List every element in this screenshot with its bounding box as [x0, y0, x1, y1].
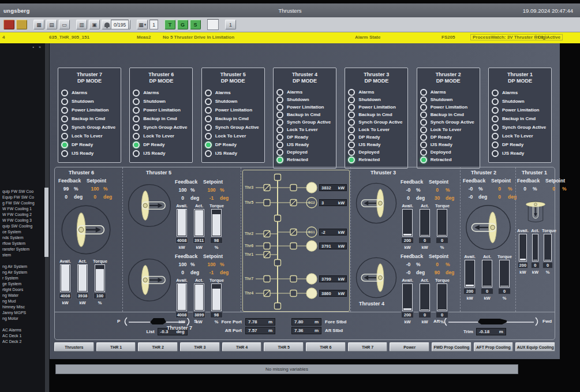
sidebar-item[interactable]: ng Air System: [2, 264, 44, 270]
draft-unit: m: [315, 319, 319, 324]
nav-button-thr-6[interactable]: THR 6: [306, 342, 346, 352]
sidebar-item[interactable]: AC Deck 1: [2, 333, 44, 339]
sidebar-item[interactable]: quip FW SW Coo: [2, 189, 44, 195]
nav-button-thrusters[interactable]: Thrusters: [54, 342, 94, 352]
dp-status-row: Alarms: [420, 88, 477, 96]
status-led-off: [492, 150, 499, 157]
sidebar-item[interactable]: ge System: [2, 281, 44, 287]
sidebar-item[interactable]: g FW SW Cooling: [2, 200, 44, 206]
draft-unit: m: [268, 319, 272, 324]
page-grid-button[interactable]: ▦▾: [137, 20, 148, 29]
gauge-act: Act.3899kW: [192, 278, 206, 324]
gauge-value: 4008: [175, 312, 188, 318]
gauge-bar: [177, 283, 187, 311]
nav-button-thr-4[interactable]: THR 4: [222, 342, 262, 352]
status-label: Alarms: [72, 90, 87, 95]
nav-button-thr-3[interactable]: THR 3: [180, 342, 220, 352]
sidebar-item[interactable]: r System: [2, 275, 44, 281]
feeder-label-thr4: Thr4: [245, 291, 257, 295]
gauge-bar: [420, 283, 430, 311]
gauge-unit: kW: [58, 300, 72, 305]
generator-power-unit: kW: [338, 185, 345, 191]
sidebar-item[interactable]: rflow System: [2, 241, 44, 247]
sidebar-item[interactable]: rtight Doors: [2, 287, 44, 293]
sidebar-item[interactable]: W FW Cooling 1: [2, 206, 44, 212]
gauge-label: Torque: [497, 254, 511, 259]
mode-button-t[interactable]: T: [164, 20, 175, 29]
panel-icon[interactable]: ▭: [59, 20, 70, 29]
generator-power-unit: kW: [338, 277, 345, 282]
gauge-act: Act.0kW: [418, 203, 432, 250]
status-label: Power Limitation: [215, 107, 252, 113]
alarm-silence-button[interactable]: [3, 20, 14, 29]
gauge-torque: Torque0%: [497, 254, 511, 301]
feedback-value: 0: [401, 195, 416, 201]
thruster1-feedback-setpoint: FeedbackSetpoint0%0%: [517, 178, 553, 192]
nav-button-thr-5[interactable]: THR 5: [264, 342, 304, 352]
dp-panel-name: Thruster 4: [276, 72, 333, 78]
nav-button-thr-2[interactable]: THR 2: [138, 342, 178, 352]
gauge-torque: Torque98%: [209, 278, 223, 324]
alarm-line[interactable]: 4 635_THR_905_151 Meas2 No 5 Thruster Dr…: [0, 32, 580, 43]
sidebar-item[interactable]: himney Misc: [2, 304, 44, 310]
status-label: Lock To Lever: [431, 127, 462, 132]
sidebar-item[interactable]: Janny MGPS: [2, 310, 44, 316]
gauge-value: 100: [93, 293, 106, 299]
mode-button-g[interactable]: G: [177, 20, 188, 29]
sidebar-item[interactable]: Equip FW SW Co: [2, 195, 44, 200]
status-label: Synch Group Active: [287, 120, 331, 125]
status-label: Synch Group Active: [143, 125, 187, 130]
window-icon[interactable]: ▦: [33, 20, 44, 29]
nav-button-aft-prop-cooling[interactable]: AFT Prop Cooling: [474, 342, 514, 352]
sidebar-item[interactable]: ce System: [2, 229, 44, 235]
nav-button-thr-7[interactable]: THR 7: [348, 342, 388, 352]
sidebar-item[interactable]: quip SW Cooling: [2, 223, 44, 229]
dp-status-row: Lock To Lever: [133, 132, 189, 140]
thruster6-column: Thruster 6 FeedbackSetpoint99%100%0deg0d…: [55, 167, 122, 312]
thruster7-feedback-setpoint: FeedbackSetpoint100%100%0deg-1deg: [175, 253, 234, 275]
sidebar-item[interactable]: nds System: [2, 235, 44, 241]
sidebar-item[interactable]: stem: [2, 252, 44, 258]
status-label: Retracted: [431, 157, 452, 162]
sidebar-item[interactable]: ransfer System: [2, 247, 44, 252]
scrollbar-thumb[interactable]: [44, 188, 48, 257]
status-label: Shutdown: [287, 97, 309, 102]
gauge-bar: [211, 283, 222, 311]
gauge-value: 0: [481, 288, 493, 294]
sidebar-item[interactable]: ng Motor: [2, 316, 44, 322]
report-icon[interactable]: ▣: [89, 20, 100, 29]
thruster6-title: Thruster 6: [69, 170, 119, 176]
printer-icon[interactable]: ▥: [76, 20, 87, 29]
nav-button-fwd-prop-cooling[interactable]: FWD Prop Cooling: [432, 342, 472, 352]
nav-button-power[interactable]: Power: [390, 342, 429, 352]
sidebar-scrollbar[interactable]: [45, 43, 49, 392]
dp-status-row: IJS Ready: [420, 141, 477, 148]
feedback-value: 0: [175, 195, 190, 201]
dp-panel-title: Thruster 7DP MODE: [61, 72, 118, 84]
sidebar-item[interactable]: W FW Cooling 3: [2, 218, 44, 223]
gauge-bar-fill: [195, 285, 203, 310]
sidebar-item[interactable]: ng Mud: [2, 298, 44, 304]
dp-panel-name: Thruster 2: [420, 72, 477, 78]
dp-status-row: Shutdown: [420, 96, 477, 103]
setpoint-unit: deg: [446, 270, 459, 275]
sidebar-item[interactable]: W FW Cooling 2: [2, 212, 44, 218]
sidebar-item[interactable]: AC Alarms: [2, 327, 44, 333]
setpoint-value: 100: [203, 262, 220, 267]
sidebar-window-controls[interactable]: ▪ ×: [32, 45, 43, 49]
gauge-bar-fill: [403, 308, 411, 310]
status-led-off: [61, 98, 68, 105]
generator-power-unit: kW: [338, 244, 345, 249]
sidebar-item[interactable]: AC Deck 2: [2, 339, 44, 345]
nav-button-aux-equip-cooling[interactable]: AUX Equip Cooling: [515, 342, 555, 352]
feedback-unit: deg: [416, 195, 429, 201]
sidebar-item[interactable]: ng Air System: [2, 270, 44, 275]
alarm-counter-button[interactable]: 0/195: [102, 20, 130, 29]
alarm-ack-button[interactable]: [16, 20, 27, 29]
list-icon[interactable]: ▤: [46, 20, 57, 29]
nav-button-thr-1[interactable]: THR 1: [96, 342, 136, 352]
sidebar-item[interactable]: ng Water: [2, 293, 44, 298]
screen-select-button[interactable]: 1: [225, 20, 236, 29]
mode-button-s[interactable]: S: [190, 20, 201, 29]
page-number-field[interactable]: 1: [149, 20, 158, 29]
